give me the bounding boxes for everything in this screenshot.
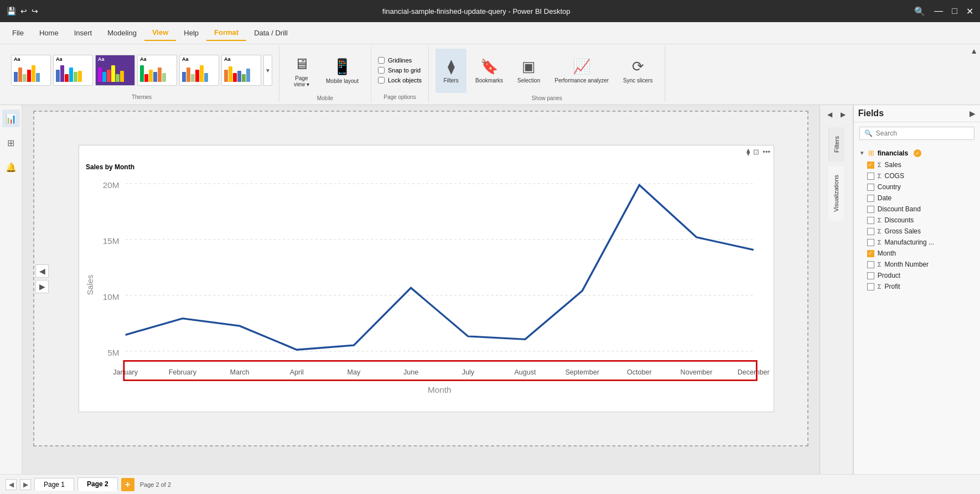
field-manufacturing-checkbox[interactable] [867, 239, 874, 246]
svg-text:January: January [113, 368, 138, 376]
field-product[interactable]: Product [854, 270, 980, 281]
left-icon-table[interactable]: ⊞ [2, 134, 20, 152]
theme-3[interactable]: Aa [95, 55, 135, 86]
field-month-number-sigma: Σ [878, 261, 882, 268]
snap-to-grid-checkbox[interactable]: Snap to grid [378, 67, 422, 74]
table-header-financials[interactable]: ▼ ⊞ financials ✓ [854, 147, 980, 159]
field-date-checkbox[interactable] [867, 195, 874, 202]
chart-container[interactable]: ⧫ ⊡ ••• Sales by Month 20M 15M 10M 5M [79, 145, 774, 412]
mobile-layout-button[interactable]: 📱 Mobile layout [320, 49, 364, 93]
field-product-checkbox[interactable] [867, 272, 874, 279]
page-next-button[interactable]: ▶ [20, 479, 31, 490]
chart-filter-icon[interactable]: ⧫ [746, 148, 750, 156]
field-country-name: Country [878, 183, 901, 191]
menu-format[interactable]: Format [206, 25, 246, 41]
field-month-number[interactable]: Σ Month Number [854, 259, 980, 270]
ribbon-group-page-options: Gridlines Snap to grid Lock objects Page… [371, 46, 429, 102]
undo-icon[interactable]: ↩ [20, 7, 27, 15]
filters-button[interactable]: ⧫ Filters [435, 49, 466, 93]
field-discount-band[interactable]: Discount Band [854, 204, 980, 215]
menu-data-drill[interactable]: Data / Drill [246, 25, 295, 40]
page-view-button[interactable]: 🖥 Pageview ▾ [286, 49, 317, 93]
field-gross-sales-sigma: Σ [878, 228, 882, 235]
svg-text:October: October [627, 368, 652, 376]
field-country[interactable]: Country [854, 181, 980, 193]
gridlines-checkbox[interactable]: Gridlines [378, 57, 422, 64]
filters-label: Filters [443, 77, 458, 84]
field-date[interactable]: Date [854, 193, 980, 204]
minimize-button[interactable]: — [934, 6, 943, 16]
fields-search-input[interactable] [876, 129, 969, 137]
maximize-button[interactable]: □ [952, 6, 957, 16]
panel-nav-right[interactable]: ▶ [837, 108, 849, 121]
gridlines-input[interactable] [378, 57, 385, 64]
menu-modeling[interactable]: Modeling [100, 25, 144, 40]
performance-analyzer-button[interactable]: 📈 Performance analyzer [549, 49, 614, 93]
svg-text:March: March [230, 368, 250, 376]
themes-chevron[interactable]: ▼ [263, 55, 272, 86]
chart-more-icon[interactable]: ••• [763, 148, 770, 156]
theme-4[interactable]: Aa [137, 55, 177, 86]
filters-vertical-tab[interactable]: Filters [828, 127, 844, 162]
search-icon[interactable]: 🔍 [914, 6, 925, 17]
svg-text:May: May [348, 368, 361, 376]
page-1-tab[interactable]: Page 1 [34, 478, 74, 491]
menu-view[interactable]: View [144, 25, 176, 41]
lock-objects-checkbox[interactable]: Lock objects [378, 77, 422, 84]
sync-slicers-icon: ⟳ [632, 58, 644, 75]
theme-5[interactable]: Aa [179, 55, 219, 86]
field-gross-sales-checkbox[interactable] [867, 228, 874, 235]
left-icon-model[interactable]: 🔔 [2, 158, 20, 176]
selection-label: Selection [517, 77, 540, 84]
sync-slicers-button[interactable]: ⟳ Sync slicers [618, 49, 658, 93]
field-month-number-name: Month Number [885, 261, 929, 268]
field-month-number-checkbox[interactable] [867, 261, 874, 268]
field-sales[interactable]: ✓ Σ Sales [854, 159, 980, 170]
field-discounts-sigma: Σ [878, 217, 882, 223]
menu-help[interactable]: Help [176, 25, 206, 40]
lock-objects-input[interactable] [378, 77, 385, 84]
field-discount-band-checkbox[interactable] [867, 206, 874, 213]
bookmarks-button[interactable]: 🔖 Bookmarks [470, 49, 509, 93]
fields-expand-icon[interactable]: ▶ [969, 109, 976, 118]
chart-expand-icon[interactable]: ⊡ [753, 148, 759, 156]
visualizations-vertical-tab[interactable]: Visualizations [828, 166, 844, 221]
field-manufacturing[interactable]: Σ Manufacturing ... [854, 237, 980, 248]
field-gross-sales[interactable]: Σ Gross Sales [854, 226, 980, 237]
fields-search-container: 🔍 [859, 127, 974, 140]
field-month-checkbox[interactable]: ✓ [867, 250, 874, 257]
collapse-icon[interactable]: ▲ [970, 46, 978, 55]
menu-file[interactable]: File [4, 25, 32, 40]
theme-2[interactable]: Aa [53, 55, 93, 86]
ribbon-group-show-panes: ⧫ Filters 🔖 Bookmarks ▣ Selection 📈 Perf… [429, 46, 665, 102]
field-cogs[interactable]: Σ COGS [854, 170, 980, 181]
svg-text:November: November [681, 368, 713, 376]
field-discounts[interactable]: Σ Discounts [854, 215, 980, 226]
left-icon-report[interactable]: 📊 [2, 110, 20, 127]
menu-home[interactable]: Home [32, 25, 66, 40]
theme-6[interactable]: Aa [221, 55, 261, 86]
page-2-tab[interactable]: Page 2 [77, 477, 118, 491]
canvas-nav-up[interactable]: ◀ [35, 264, 49, 278]
field-month[interactable]: ✓ Month [854, 248, 980, 259]
page-prev-button[interactable]: ◀ [6, 479, 17, 490]
fields-search-icon: 🔍 [864, 129, 873, 137]
add-page-button[interactable]: + [121, 478, 134, 491]
field-discounts-checkbox[interactable] [867, 217, 874, 224]
field-cogs-checkbox[interactable] [867, 173, 874, 180]
close-button[interactable]: ✕ [966, 6, 973, 17]
field-sales-checkbox[interactable]: ✓ [867, 162, 874, 169]
panel-nav-left[interactable]: ◀ [823, 108, 836, 121]
canvas-nav-down[interactable]: ▶ [35, 280, 49, 293]
menu-insert[interactable]: Insert [66, 25, 100, 40]
redo-icon[interactable]: ↪ [32, 7, 38, 15]
field-profit-checkbox[interactable] [867, 283, 874, 290]
selection-button[interactable]: ▣ Selection [512, 49, 546, 93]
field-country-checkbox[interactable] [867, 184, 874, 191]
mobile-label: Mobile [317, 93, 333, 101]
page-options-label: Page options [383, 92, 416, 100]
save-icon[interactable]: 💾 [7, 7, 16, 15]
theme-1[interactable]: Aa [11, 55, 51, 86]
snap-to-grid-input[interactable] [378, 67, 385, 74]
field-profit[interactable]: Σ Profit [854, 281, 980, 292]
